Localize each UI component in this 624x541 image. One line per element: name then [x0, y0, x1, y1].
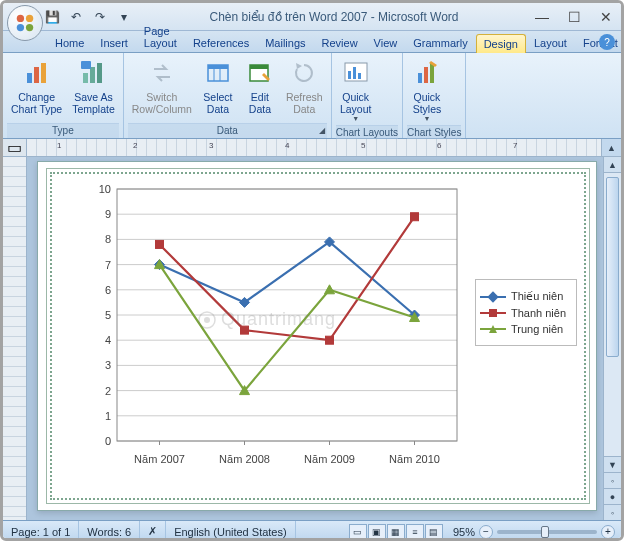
svg-rect-20	[358, 73, 361, 79]
ruler-tick: 3	[209, 141, 213, 150]
data-launcher-icon[interactable]: ◢	[319, 126, 325, 135]
status-page[interactable]: Page: 1 of 1	[3, 521, 79, 541]
status-proofing-icon[interactable]: ✗	[140, 521, 166, 541]
help-button[interactable]: ?	[599, 34, 615, 50]
quick-layout-icon	[340, 57, 372, 89]
status-language[interactable]: English (United States)	[166, 521, 296, 541]
select-data-icon	[202, 57, 234, 89]
scroll-up-button[interactable]: ▲	[601, 139, 621, 156]
scroll-down-icon[interactable]: ▼	[604, 456, 621, 472]
zoom-slider[interactable]	[497, 530, 597, 534]
tab-design[interactable]: Design	[476, 34, 526, 53]
redo-icon[interactable]: ↷	[89, 7, 111, 27]
ruler-tick: 4	[285, 141, 289, 150]
view-web-icon[interactable]: ▦	[387, 524, 405, 540]
svg-text:7: 7	[105, 259, 111, 271]
tab-references[interactable]: References	[185, 33, 257, 52]
chart-object[interactable]: 012345678910Năm 2007Năm 2008Năm 2009Năm …	[46, 168, 590, 504]
quick-layout-button[interactable]: Quick Layout▼	[336, 55, 376, 125]
title-bar: 💾 ↶ ↷ ▾ Chèn biểu đồ trên Word 2007 - Mi…	[3, 3, 621, 31]
legend-label: Trung niên	[511, 323, 563, 335]
chart-plot: 012345678910Năm 2007Năm 2008Năm 2009Năm …	[89, 183, 465, 471]
vertical-scrollbar[interactable]: ▲ ▼ ◦ ● ◦	[603, 157, 621, 520]
svg-rect-56	[241, 326, 249, 334]
tab-view[interactable]: View	[366, 33, 406, 52]
minimize-button[interactable]: —	[533, 9, 551, 25]
next-page-icon[interactable]: ◦	[604, 504, 621, 520]
view-outline-icon[interactable]: ≡	[406, 524, 424, 540]
document-area[interactable]: 012345678910Năm 2007Năm 2008Năm 2009Năm …	[27, 157, 603, 520]
refresh-data-button: Refresh Data	[282, 55, 327, 117]
svg-text:3: 3	[105, 359, 111, 371]
ruler-tick: 5	[361, 141, 365, 150]
office-logo-icon	[14, 12, 36, 34]
svg-rect-58	[411, 213, 419, 221]
view-print-layout-icon[interactable]: ▭	[349, 524, 367, 540]
svg-text:6: 6	[105, 284, 111, 296]
group-chart-layouts: Quick Layout▼ Chart Layouts	[332, 53, 403, 138]
ribbon-tabs: Home Insert Page Layout References Maili…	[3, 31, 621, 53]
window-controls: — ☐ ✕	[533, 9, 615, 25]
legend-label: Thiếu niên	[511, 290, 563, 303]
svg-text:4: 4	[105, 334, 111, 346]
svg-point-0	[17, 15, 24, 22]
group-label-type: Type	[7, 123, 119, 138]
zoom-control: 95% − +	[447, 525, 621, 539]
ruler-toggle-icon[interactable]: ▭	[3, 139, 27, 156]
undo-icon[interactable]: ↶	[65, 7, 87, 27]
zoom-in-button[interactable]: +	[601, 525, 615, 539]
legend-item: Thanh niên	[480, 307, 572, 319]
close-button[interactable]: ✕	[597, 9, 615, 25]
edit-data-button[interactable]: Edit Data	[240, 55, 280, 117]
tab-mailings[interactable]: Mailings	[257, 33, 313, 52]
view-buttons: ▭ ▣ ▦ ≡ ▤	[345, 524, 447, 540]
ruler-horizontal[interactable]: ▭ 1234567 ▲	[3, 139, 621, 157]
qat-more-icon[interactable]: ▾	[113, 7, 135, 27]
svg-rect-23	[430, 63, 434, 83]
ruler-tick: 6	[437, 141, 441, 150]
browse-object-icon[interactable]: ●	[604, 488, 621, 504]
group-label-layouts: Chart Layouts	[336, 125, 398, 140]
svg-text:Năm 2007: Năm 2007	[134, 453, 185, 465]
group-chart-styles: Quick Styles▼ Chart Styles	[403, 53, 466, 138]
zoom-out-button[interactable]: −	[479, 525, 493, 539]
scrollbar-thumb[interactable]	[606, 177, 619, 357]
svg-rect-57	[326, 336, 334, 344]
quick-styles-icon	[411, 57, 443, 89]
save-icon[interactable]: 💾	[41, 7, 63, 27]
switch-icon	[146, 57, 178, 89]
quick-styles-button[interactable]: Quick Styles▼	[407, 55, 447, 125]
svg-rect-22	[424, 67, 428, 83]
svg-text:Năm 2010: Năm 2010	[389, 453, 440, 465]
maximize-button[interactable]: ☐	[565, 9, 583, 25]
save-as-template-button[interactable]: Save As Template	[68, 55, 119, 117]
view-full-screen-icon[interactable]: ▣	[368, 524, 386, 540]
group-data: Switch Row/Column Select Data Edit Data …	[124, 53, 332, 138]
svg-rect-9	[97, 63, 102, 83]
svg-rect-6	[41, 63, 46, 83]
status-words[interactable]: Words: 6	[79, 521, 140, 541]
ruler-tick: 1	[57, 141, 61, 150]
scroll-up-icon[interactable]: ▲	[604, 157, 621, 173]
ruler-vertical[interactable]	[3, 157, 27, 520]
prev-page-icon[interactable]: ◦	[604, 472, 621, 488]
svg-text:2: 2	[105, 385, 111, 397]
svg-rect-5	[34, 67, 39, 83]
tab-review[interactable]: Review	[314, 33, 366, 52]
legend-label: Thanh niên	[511, 307, 566, 319]
office-button[interactable]	[7, 5, 43, 41]
tab-grammarly[interactable]: Grammarly	[405, 33, 475, 52]
select-data-button[interactable]: Select Data	[198, 55, 238, 117]
change-chart-type-button[interactable]: Change Chart Type	[7, 55, 66, 117]
chart-type-icon	[21, 57, 53, 89]
svg-rect-7	[83, 73, 88, 83]
zoom-value[interactable]: 95%	[453, 526, 475, 538]
tab-insert[interactable]: Insert	[92, 33, 136, 52]
tab-layout[interactable]: Layout	[526, 33, 575, 52]
group-label-data: Data◢	[128, 123, 327, 138]
tab-page-layout[interactable]: Page Layout	[136, 21, 185, 52]
view-draft-icon[interactable]: ▤	[425, 524, 443, 540]
page: 012345678910Năm 2007Năm 2008Năm 2009Năm …	[37, 161, 597, 511]
tab-home[interactable]: Home	[47, 33, 92, 52]
svg-point-1	[26, 15, 33, 22]
